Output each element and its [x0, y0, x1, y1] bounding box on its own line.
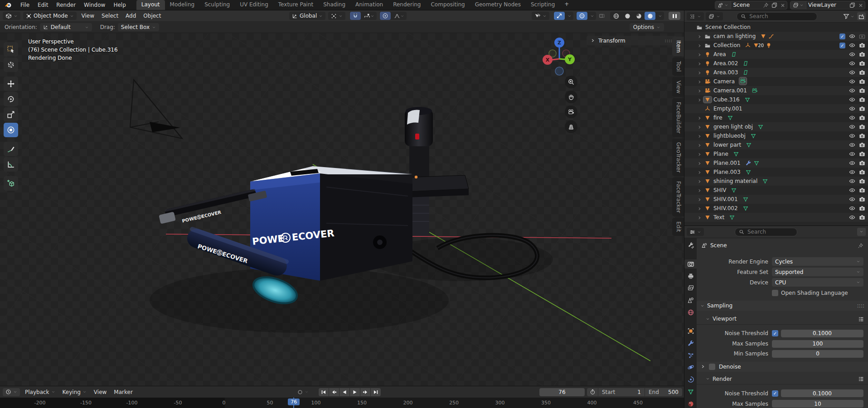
render-engine-dropdown[interactable]: Cycles: [772, 257, 863, 266]
object-name[interactable]: Area.003: [713, 69, 738, 76]
outliner-search-input[interactable]: [748, 13, 813, 20]
tool-annotate-button[interactable]: [4, 142, 18, 156]
outliner-row[interactable]: Area: [684, 50, 868, 59]
hide-in-viewport-toggle[interactable]: [849, 78, 855, 85]
outliner-row[interactable]: Camera: [684, 77, 868, 86]
outliner-row[interactable]: Plane.003: [684, 168, 868, 177]
outliner-row[interactable]: Area.002: [684, 59, 868, 68]
disable-in-renders-toggle[interactable]: [859, 124, 865, 130]
outliner-row[interactable]: SHIV.001: [684, 195, 868, 204]
new-viewlayer-icon[interactable]: [848, 2, 857, 8]
expand-arrow-icon[interactable]: [695, 178, 703, 184]
snap-settings-dropdown[interactable]: [361, 12, 377, 20]
workspace-tab[interactable]: Rendering: [388, 0, 426, 10]
add-workspace-button[interactable]: +: [560, 0, 573, 10]
presets-icon[interactable]: [858, 316, 864, 322]
collection-checkbox[interactable]: ✓: [839, 34, 845, 39]
hide-in-viewport-toggle[interactable]: [849, 187, 855, 194]
disable-in-renders-toggle[interactable]: [859, 33, 865, 40]
disable-in-renders-toggle[interactable]: [859, 214, 865, 221]
disable-in-renders-toggle[interactable]: [859, 178, 865, 185]
show-overlays-toggle[interactable]: [577, 12, 587, 20]
object-name[interactable]: fire: [713, 115, 723, 121]
timeline-menu-view[interactable]: View: [90, 389, 110, 395]
timeline-menu-marker[interactable]: Marker: [110, 389, 136, 395]
expand-arrow-icon[interactable]: [695, 124, 703, 130]
tool-move-button[interactable]: [4, 77, 18, 91]
outliner-row[interactable]: lower part: [684, 140, 868, 149]
pause-render-button[interactable]: [669, 12, 680, 20]
outliner-row[interactable]: Collection20✓: [684, 41, 868, 50]
object-name[interactable]: SHIV.002: [713, 205, 738, 211]
sidebar-tab[interactable]: FaceTracker: [672, 178, 684, 216]
camera-view-button[interactable]: [565, 106, 577, 118]
perspective-toggle-button[interactable]: [565, 120, 577, 133]
hide-in-viewport-toggle[interactable]: [849, 214, 855, 221]
tool-measure-button[interactable]: [4, 157, 18, 172]
tool-scale-button[interactable]: [4, 107, 18, 122]
disable-in-renders-toggle[interactable]: [859, 96, 865, 103]
close-icon[interactable]: [857, 2, 865, 8]
properties-editor-type-button[interactable]: [687, 228, 704, 236]
expand-arrow-icon[interactable]: [695, 187, 703, 193]
expand-arrow-icon[interactable]: [695, 205, 703, 211]
hide-in-viewport-toggle[interactable]: [849, 151, 855, 158]
presets-icon[interactable]: [858, 376, 864, 383]
sidebar-tab[interactable]: View: [672, 77, 684, 97]
drag-dropdown[interactable]: Select Box: [118, 23, 159, 31]
playhead-frame-badge[interactable]: 76: [288, 398, 300, 405]
timeline-menu-playback[interactable]: Playback: [21, 389, 59, 395]
workspace-tab[interactable]: Shading: [318, 0, 350, 10]
shading-settings-dropdown[interactable]: [656, 12, 664, 20]
transform-orientation-dropdown[interactable]: Global: [289, 12, 325, 20]
viewport-menu-item[interactable]: Add: [122, 13, 140, 19]
filter-icon[interactable]: [843, 13, 849, 20]
outliner-display-mode-button[interactable]: [706, 12, 723, 20]
render-subpanel-header[interactable]: Render: [697, 374, 868, 385]
workspace-tab[interactable]: UV Editing: [235, 0, 273, 10]
hide-in-viewport-toggle[interactable]: [849, 178, 855, 185]
viewlayer-selector[interactable]: ViewLayer: [790, 1, 865, 10]
expand-arrow-icon[interactable]: [695, 69, 703, 76]
shading-solid-button[interactable]: [622, 12, 633, 20]
properties-tab-world[interactable]: [684, 308, 697, 317]
outliner-row[interactable]: SHIV: [684, 186, 868, 195]
object-visibility-dropdown[interactable]: [532, 12, 549, 20]
topbar-menu-item[interactable]: Window: [80, 0, 109, 10]
pivot-point-dropdown[interactable]: [328, 12, 345, 20]
transform-panel-header[interactable]: Transform ::::: [587, 36, 676, 45]
expand-arrow-icon[interactable]: [695, 42, 703, 48]
expand-arrow-icon[interactable]: [695, 51, 703, 58]
sidebar-tab[interactable]: Edit: [672, 218, 684, 235]
workspace-tab[interactable]: Layout: [136, 0, 165, 10]
hide-in-viewport-toggle[interactable]: [849, 42, 855, 49]
proportional-editing-toggle[interactable]: [380, 12, 391, 20]
overlay-settings-dropdown[interactable]: [588, 12, 596, 20]
expand-arrow-icon[interactable]: [695, 133, 703, 139]
play-button[interactable]: [350, 388, 360, 396]
disable-in-renders-toggle[interactable]: [859, 133, 865, 139]
object-name[interactable]: lower part: [713, 142, 741, 148]
object-name[interactable]: Area.002: [713, 60, 738, 67]
topbar-menu-item[interactable]: File: [16, 0, 34, 10]
osl-checkbox[interactable]: [772, 290, 778, 296]
expand-arrow-icon[interactable]: [695, 87, 703, 94]
sampling-panel-header[interactable]: Sampling ::::: [697, 301, 868, 311]
workspace-tab[interactable]: Texture Paint: [273, 0, 318, 10]
object-name[interactable]: Cube.316: [713, 96, 740, 103]
properties-tab-output[interactable]: [684, 272, 697, 281]
hide-in-viewport-toggle[interactable]: [849, 196, 855, 203]
current-frame-field[interactable]: 76: [539, 388, 585, 396]
object-name[interactable]: Area: [713, 51, 726, 58]
zoom-button[interactable]: [565, 76, 577, 88]
object-name[interactable]: shining material: [713, 178, 757, 184]
outliner-row[interactable]: Scene Collection: [684, 23, 868, 32]
scene-selector[interactable]: Scene: [715, 1, 787, 10]
properties-tab-modifiers[interactable]: [684, 339, 697, 348]
shading-rendered-button[interactable]: [645, 12, 655, 20]
expand-arrow-icon[interactable]: [695, 78, 703, 85]
properties-tab-render[interactable]: [684, 259, 697, 269]
hide-in-viewport-toggle[interactable]: [849, 169, 855, 176]
pan-hand-button[interactable]: [565, 91, 577, 103]
outliner-row[interactable]: Plane: [684, 149, 868, 158]
